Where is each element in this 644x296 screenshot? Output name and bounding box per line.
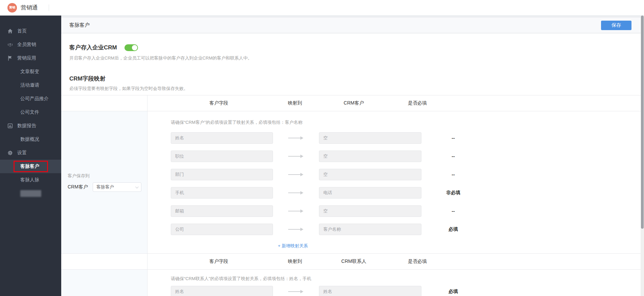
mapping-note: 请确保“CRM客户”的必填项设置了映射关系，必填项包括：客户名称 — [147, 119, 644, 126]
flag-icon — [7, 55, 13, 61]
sidebar-menu: 首页 全员营销 营销应用 文章裂变 活动邀请 公司产品推介 公司文件 数据报告 … — [0, 16, 61, 200]
sidebar-item[interactable]: 公司产品推介 — [0, 92, 61, 106]
mapping-tables: 客户字段映射到CRM客户是否必填 客户保存到 CRM客户 客脉客户 请确保“CR… — [61, 95, 644, 296]
arrow-right-icon — [288, 291, 304, 292]
crm-store-section: 客户存入企业CRM 开启客户存入企业CRM后，企业员工可以把客脉中的客户存入到企… — [61, 33, 644, 61]
sidebar-item[interactable] — [0, 187, 61, 200]
megaphone-icon — [7, 42, 13, 47]
field-mapping-table: 客户字段映射到CRM客户是否必填 客户保存到 CRM客户 客脉客户 请确保“CR… — [61, 95, 644, 253]
required-flag: 非必填 — [446, 190, 460, 196]
app-title: 营销通 — [21, 4, 38, 12]
customer-field-input[interactable] — [171, 169, 273, 180]
topbar: 营销 营销通 — [0, 0, 644, 16]
field-mapping-title: CRM字段映射 — [69, 75, 644, 83]
crm-store-description: 开启客户存入企业CRM后，企业员工可以把客脉中的客户存入到企业CRM的客户和联系… — [69, 55, 644, 61]
column-header: 映射到 — [288, 258, 302, 265]
field-mapping-table: 客户字段映射到CRM联系人是否必填 请确保“CRM联系人”的必填项设置了映射关系… — [61, 253, 644, 296]
crm-field-input[interactable] — [319, 151, 421, 162]
arrow-right-icon — [288, 174, 304, 175]
arrow-right-icon — [288, 211, 304, 211]
topbar-divider — [49, 4, 49, 11]
field-mapping-section: CRM字段映射 必须字段需要有映射字段，如果字段为空时会导致保存失败。 — [61, 61, 644, 92]
page-title: 客脉客户 — [69, 22, 90, 28]
sidebar-item[interactable]: 设置 — [0, 146, 61, 160]
required-flag: -- — [452, 208, 455, 214]
column-header: 客户字段 — [209, 100, 228, 106]
mapping-row: -- — [147, 205, 644, 217]
page-header: 客脉客户 保存 — [61, 18, 644, 33]
table-header-row: 客户字段映射到CRM客户是否必填 — [61, 95, 644, 111]
column-header: CRM联系人 — [341, 258, 366, 265]
crm-store-toggle[interactable] — [124, 44, 138, 51]
mapping-row: -- — [147, 151, 644, 162]
sidebar-item[interactable]: 文章裂变 — [0, 65, 61, 78]
customer-field-input[interactable] — [171, 132, 273, 144]
arrow-right-icon — [288, 138, 304, 138]
gear-icon — [7, 150, 13, 156]
chevron-down-icon — [135, 185, 139, 188]
sidebar-item[interactable]: 全员营销 — [0, 38, 61, 51]
column-header: 是否必填 — [408, 258, 427, 265]
column-header: 客户字段 — [209, 258, 228, 265]
save-to-label: 客户保存到 — [68, 173, 141, 179]
arrow-right-icon — [288, 229, 304, 230]
sidebar-item-active[interactable]: 客脉客户 — [0, 160, 61, 173]
crm-field-input[interactable] — [319, 132, 421, 144]
page-content: 客户存入企业CRM 开启客户存入企业CRM后，企业员工可以把客脉中的客户存入到企… — [61, 33, 644, 296]
crm-field-input[interactable] — [319, 205, 421, 217]
scrollbar-track — [641, 16, 644, 296]
column-header: 映射到 — [288, 100, 302, 106]
required-flag: 必填 — [448, 226, 458, 232]
select-value: 客脉客户 — [96, 184, 114, 190]
sidebar-item[interactable]: 数据概况 — [0, 133, 61, 146]
required-flag: -- — [452, 154, 455, 159]
save-button[interactable]: 保存 — [601, 21, 631, 30]
mapping-row: -- — [147, 169, 644, 180]
crm-field-input[interactable] — [319, 224, 421, 235]
main-area: 客脉客户 保存 客户存入企业CRM 开启客户存入企业CRM后，企业员工可以把客脉… — [61, 16, 644, 296]
mapping-note: 请确保“CRM联系人”的必填项设置了映射关系，必填项包括：姓名，手机 — [147, 276, 644, 282]
sidebar: 首页 全员营销 营销应用 文章裂变 活动邀请 公司产品推介 公司文件 数据报告 … — [0, 16, 61, 296]
customer-field-input[interactable] — [171, 286, 273, 296]
required-flag: 必填 — [448, 289, 458, 295]
save-target-cell — [61, 270, 147, 296]
save-target-widget: 客户保存到 CRM客户 客脉客户 — [61, 173, 141, 192]
crm-store-title: 客户存入企业CRM — [69, 44, 117, 51]
sidebar-item[interactable]: 营销应用 — [0, 51, 61, 65]
sidebar-item[interactable]: 首页 — [0, 24, 61, 38]
sidebar-item[interactable]: 活动邀请 — [0, 78, 61, 92]
toggle-knob — [132, 45, 137, 50]
mapping-row: 非必填 — [147, 187, 644, 199]
column-header: CRM客户 — [344, 100, 364, 106]
home-icon — [7, 28, 13, 34]
sidebar-item[interactable]: 数据报告 — [0, 119, 61, 133]
crm-customer-label: CRM客户 — [68, 184, 88, 190]
app-logo: 营销 — [7, 3, 17, 13]
app-window: 营销 营销通 首页 全员营销 营销应用 文章裂变 活动邀请 公司产品推介 公司文… — [0, 0, 644, 296]
header-left-cell — [61, 95, 147, 111]
field-mapping-subtitle: 必须字段需要有映射字段，如果字段为空时会导致保存失败。 — [69, 86, 644, 92]
arrow-right-icon — [288, 156, 304, 157]
save-target-cell: 客户保存到 CRM客户 客脉客户 — [61, 111, 147, 253]
customer-field-input[interactable] — [171, 224, 273, 235]
mapping-row: -- — [147, 132, 644, 144]
redacted-item — [20, 190, 41, 197]
crm-target-select[interactable]: 客脉客户 — [93, 182, 141, 192]
sidebar-item[interactable]: 客脉人脉 — [0, 173, 61, 187]
header-left-cell — [61, 254, 147, 269]
report-icon — [7, 123, 13, 129]
customer-field-input[interactable] — [171, 151, 273, 162]
crm-field-input[interactable] — [319, 286, 421, 296]
sidebar-item[interactable]: 公司文件 — [0, 106, 61, 119]
arrow-right-icon — [288, 192, 304, 193]
customer-field-input[interactable] — [171, 187, 273, 199]
add-mapping-link[interactable]: + 新增映射关系 — [278, 243, 308, 248]
mapping-row: 必填 — [147, 224, 644, 235]
table-header-row: 客户字段映射到CRM联系人是否必填 — [61, 253, 644, 270]
customer-field-input[interactable] — [171, 205, 273, 217]
column-header: 是否必填 — [408, 100, 427, 106]
required-flag: -- — [452, 135, 455, 141]
crm-field-input[interactable] — [319, 169, 421, 180]
crm-field-input[interactable] — [319, 187, 421, 199]
scrollbar-thumb[interactable] — [641, 16, 644, 229]
